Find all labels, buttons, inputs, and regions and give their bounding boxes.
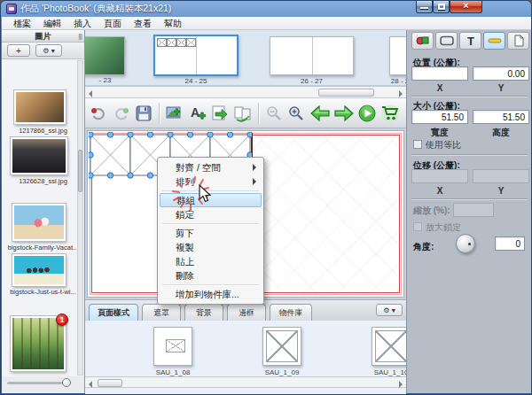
redo-icon[interactable] xyxy=(111,102,130,125)
menu-view[interactable]: 查看 xyxy=(128,17,158,30)
images-panel-title: 圖片 xyxy=(2,30,84,43)
images-gear-button[interactable]: ⚙ ▾ xyxy=(35,44,62,57)
spread-label: 28 - 2 xyxy=(387,77,406,85)
position-x-field[interactable] xyxy=(411,66,468,81)
menu-page[interactable]: 頁面 xyxy=(98,17,128,30)
style-thumbnail[interactable] xyxy=(262,327,301,366)
toolbar: A xyxy=(85,98,406,128)
angle-field[interactable]: 0 xyxy=(495,236,525,251)
height-field[interactable]: 51.50 xyxy=(473,110,529,124)
previous-page-icon[interactable] xyxy=(309,102,331,125)
spread-label: - 23 xyxy=(85,76,125,84)
angle-dial[interactable] xyxy=(456,234,475,253)
tab-frame-tool[interactable] xyxy=(435,32,458,50)
scroll-left-icon[interactable] xyxy=(89,381,92,388)
image-thumbnail[interactable] xyxy=(11,137,67,174)
tab-text-tool[interactable]: T xyxy=(459,32,481,50)
styles-gear-button[interactable]: ⚙ ▾ xyxy=(376,304,403,316)
thumbnail-size-slider[interactable] xyxy=(7,382,71,384)
menu-insert[interactable]: 插入 xyxy=(67,17,98,30)
scroll-right-icon[interactable] xyxy=(399,90,403,97)
image-thumbnail[interactable] xyxy=(14,90,66,124)
menu-separator xyxy=(162,223,259,224)
image-filename: 1217866_ssl.jpg xyxy=(2,127,84,135)
divider xyxy=(411,96,528,97)
tab-page-styles[interactable]: 頁面樣式 xyxy=(89,304,138,321)
spread-thumbnail[interactable] xyxy=(85,36,125,75)
app-icon xyxy=(6,4,17,14)
spread-gutter xyxy=(312,37,313,74)
placeholder-mini xyxy=(166,339,185,352)
title-bar[interactable]: 作品 'PhotoBook' (典藏精裝本21x21) × xyxy=(1,1,531,17)
scroll-right-icon[interactable] xyxy=(399,381,403,388)
images-scrollbar-thumb[interactable] xyxy=(78,150,82,192)
offset-y-label: Y xyxy=(473,186,529,196)
placeholder-mini xyxy=(186,38,196,47)
context-menu-item-copy[interactable]: 複製 xyxy=(160,240,262,254)
images-scrollbar[interactable] xyxy=(77,60,83,376)
context-menu-item-paste[interactable]: 貼上 xyxy=(160,254,262,268)
apply-layout-icon[interactable] xyxy=(210,102,230,125)
style-thumbnail[interactable] xyxy=(153,327,192,366)
maximize-button[interactable] xyxy=(433,1,450,13)
context-menu-item-group[interactable]: 群組 xyxy=(160,193,262,207)
preview-icon[interactable] xyxy=(357,102,377,125)
position-y-field[interactable]: 0.00 xyxy=(473,66,529,81)
strip-scrollbar-thumb[interactable] xyxy=(318,89,374,97)
close-icon: × xyxy=(450,0,481,11)
scroll-left-icon[interactable] xyxy=(89,90,92,97)
context-menu-item-delete[interactable]: 刪除 xyxy=(160,268,262,283)
zoom-out-icon[interactable] xyxy=(264,102,284,125)
context-menu-item-lock[interactable]: 鎖定 xyxy=(160,207,262,221)
menu-separator xyxy=(162,284,259,285)
spread-label: 24 - 25 xyxy=(153,77,239,85)
context-menu-item-arrange[interactable]: 排列 xyxy=(160,174,262,189)
proportional-checkbox[interactable] xyxy=(413,140,422,149)
order-cart-icon[interactable] xyxy=(379,102,401,125)
menu-edit[interactable]: 編輯 xyxy=(37,17,67,30)
tab-object-library[interactable]: 物件庫 xyxy=(270,304,312,321)
tab-page-tool[interactable] xyxy=(507,32,529,50)
context-menu-item-add-to-library[interactable]: 增加到物件庫... xyxy=(160,287,262,301)
menu-file[interactable]: 檔案 xyxy=(7,17,37,30)
image-thumbnail[interactable] xyxy=(12,254,66,286)
zoom-in-icon[interactable] xyxy=(286,102,306,125)
tab-frames[interactable]: 邊框 xyxy=(227,304,266,321)
placeholder-mini xyxy=(176,38,186,47)
copy-pages-icon[interactable] xyxy=(232,102,252,125)
styles-scrollbar-thumb[interactable] xyxy=(98,379,122,387)
image-list: 1217866_ssl.jpg 1326628_ssl.jpg bigstock… xyxy=(2,59,84,376)
context-menu-item-cut[interactable]: 剪下 xyxy=(160,226,262,240)
text-icon: T xyxy=(464,35,478,47)
next-page-icon[interactable] xyxy=(333,102,355,125)
width-label: 寬度 xyxy=(411,127,468,139)
image-thumbnail[interactable] xyxy=(12,204,66,241)
tab-object-tool[interactable] xyxy=(411,32,434,50)
spread-thumbnail[interactable] xyxy=(389,36,406,75)
spread-thumbnail-selected[interactable] xyxy=(153,35,239,76)
zoom-lock-checkbox xyxy=(413,222,422,231)
context-menu-item-align[interactable]: 對齊 / 空間 xyxy=(160,160,262,174)
undo-icon[interactable] xyxy=(89,102,108,125)
close-button[interactable]: × xyxy=(450,1,482,13)
minimize-button[interactable] xyxy=(416,1,433,13)
image-thumbnail[interactable]: 1 xyxy=(11,316,66,371)
add-text-icon[interactable]: A xyxy=(188,102,207,125)
offset-x-label: X xyxy=(411,186,468,196)
add-image-icon[interactable] xyxy=(165,102,184,125)
shapes-icon xyxy=(416,35,430,46)
toolbar-separator xyxy=(258,103,259,124)
menu-help[interactable]: 幫助 xyxy=(158,17,188,30)
add-image-button[interactable]: + xyxy=(7,44,30,57)
tab-masks[interactable]: 遮罩 xyxy=(142,304,181,321)
style-thumbnail[interactable] xyxy=(372,327,406,366)
save-icon[interactable] xyxy=(134,102,153,125)
tab-backgrounds[interactable]: 背景 xyxy=(184,304,223,321)
styles-scrollbar[interactable] xyxy=(85,376,406,388)
image-filename: bigstock-Family-Vacat... xyxy=(2,244,84,252)
spread-thumbnail[interactable] xyxy=(270,36,354,75)
width-field[interactable]: 51.50 xyxy=(411,110,468,124)
strip-scrollbar[interactable] xyxy=(85,86,406,98)
slider-knob[interactable] xyxy=(62,378,71,387)
tab-line-tool-active[interactable] xyxy=(483,32,505,50)
